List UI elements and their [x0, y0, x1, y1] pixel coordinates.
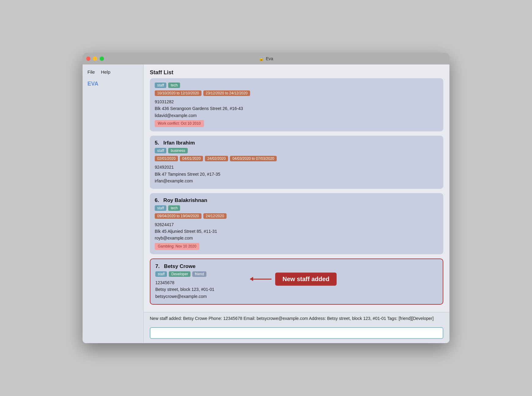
staff-name-irfan: 5. Irfan Ibrahim [155, 140, 438, 146]
staff-name-roy: 6. Roy Balakrishnan [155, 197, 438, 204]
new-staff-badge: New staff added [275, 273, 337, 286]
tags-irfan: staff business [155, 148, 438, 153]
new-staff-annotation: New staff added [250, 273, 337, 286]
betsy-card-content: 7. Betsy Crowe staff Developer friend 12… [155, 263, 241, 300]
date-1-0: 10/10/2020 to 12/10/2020 [155, 90, 201, 96]
status-text: New staff added: Betsy Crowe Phone: 1234… [150, 316, 434, 321]
tag-developer-betsy: Developer [169, 271, 190, 277]
lock-icon: 🔒 [259, 56, 264, 61]
address-1: Blk 436 Serangoon Gardens Street 26, #16… [155, 105, 438, 112]
address-irfan: Blk 47 Tampines Street 20, #17-35 [155, 171, 438, 178]
date-roy-1: 24/12/2020 [203, 213, 227, 219]
tag-tech-1: tech [168, 82, 180, 88]
sidebar: File Help EVA [83, 64, 144, 343]
staff-info-irfan: 92492021 Blk 47 Tampines Street 20, #17-… [155, 164, 438, 184]
minimize-button[interactable] [93, 57, 97, 61]
staff-card-betsy: 7. Betsy Crowe staff Developer friend 12… [150, 258, 443, 305]
tag-friend-betsy: friend [192, 271, 206, 277]
window-title: 🔒 Eva [259, 56, 273, 61]
main-content: Staff List staff tech 10/10/2020 to 12/1… [144, 64, 449, 343]
staff-name-betsy: 7. Betsy Crowe [155, 263, 241, 270]
email-1: lidavid@example.com [155, 112, 438, 119]
tag-staff-1: staff [155, 82, 166, 88]
titlebar-buttons [86, 57, 104, 61]
date-irfan-2: 24/02/2020 [205, 156, 228, 161]
tags-1: staff tech [155, 82, 438, 88]
app-name: EVA [87, 81, 139, 87]
staff-list: staff tech 10/10/2020 to 12/10/2020 23/1… [144, 78, 449, 312]
staff-info-roy: 92624417 Blk 45 Aljunied Street 85, #11-… [155, 221, 438, 250]
tag-business-irfan: business [168, 148, 187, 153]
menu-help[interactable]: Help [101, 69, 110, 75]
menu-bar: File Help [87, 69, 139, 75]
dates-roy: 09/04/2020 to 19/04/2020 24/12/2020 [155, 213, 438, 219]
arrow-container [250, 279, 272, 280]
tag-staff-betsy: staff [155, 271, 167, 277]
date-roy-0: 09/04/2020 to 19/04/2020 [155, 213, 201, 219]
staff-info-1: 91031282 Blk 436 Serangoon Gardens Stree… [155, 98, 438, 127]
email-betsy: betsycrowe@example.com [155, 293, 241, 300]
phone-irfan: 92492021 [155, 164, 438, 170]
staff-info-betsy: 12345678 Betsy street, block 123, #01-01… [155, 279, 241, 300]
address-betsy: Betsy street, block 123, #01-01 [155, 286, 241, 293]
staff-card-1: staff tech 10/10/2020 to 12/10/2020 23/1… [150, 78, 443, 131]
date-irfan-1: 04/01/2020 [180, 156, 203, 161]
tags-betsy: staff Developer friend [155, 271, 241, 277]
staff-list-header: Staff List [144, 64, 449, 78]
conflict-roy: Gambling: Nov 10 2020 [155, 243, 199, 250]
staff-card-roy: 6. Roy Balakrishnan staff tech 09/04/202… [150, 193, 443, 254]
phone-roy: 92624417 [155, 221, 438, 228]
conflict-1: Work conflict: Oct 10 2010 [155, 120, 204, 127]
phone-betsy: 12345678 [155, 279, 241, 286]
dates-1: 10/10/2020 to 12/10/2020 23/12/2020 to 2… [155, 90, 438, 96]
command-input-area [144, 325, 449, 343]
main-window: 🔒 Eva File Help EVA Staff List staff tec… [83, 53, 449, 343]
tag-staff-irfan: staff [155, 148, 166, 153]
tags-roy: staff tech [155, 205, 438, 211]
arrow-head-icon [250, 277, 253, 281]
dates-irfan: 02/01/2020 04/01/2020 24/02/2020 04/03/2… [155, 156, 438, 161]
status-bar: New staff added: Betsy Crowe Phone: 1234… [144, 312, 449, 325]
date-irfan-3: 04/03/2020 to 07/03/2020 [230, 156, 277, 161]
command-input[interactable] [150, 327, 443, 339]
staff-card-irfan: 5. Irfan Ibrahim staff business 02/01/20… [150, 136, 443, 189]
date-irfan-0: 02/01/2020 [155, 156, 178, 161]
titlebar: 🔒 Eva [83, 53, 449, 64]
window-body: File Help EVA Staff List staff tech 10/1… [83, 64, 449, 343]
tag-staff-roy: staff [155, 205, 166, 211]
menu-file[interactable]: File [87, 69, 95, 75]
arrow-shaft [250, 279, 272, 280]
address-roy: Blk 45 Aljunied Street 85, #11-31 [155, 228, 438, 235]
email-irfan: irfan@example.com [155, 178, 438, 184]
maximize-button[interactable] [100, 57, 104, 61]
tag-tech-roy: tech [168, 205, 180, 211]
close-button[interactable] [86, 57, 91, 61]
date-1-1: 23/12/2020 to 24/12/2020 [203, 90, 250, 96]
phone-1: 91031282 [155, 98, 438, 105]
email-roy: royb@example.com [155, 235, 438, 241]
